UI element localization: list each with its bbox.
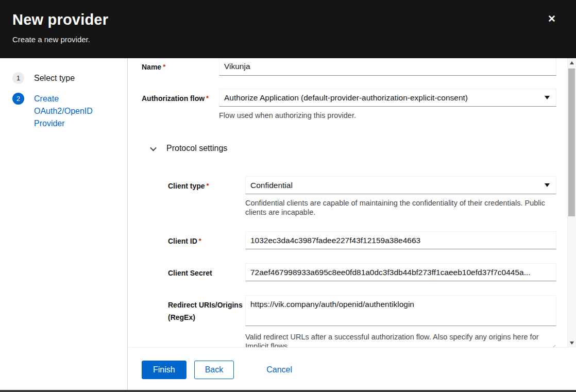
step-label: Create OAuth2/OpenID Provider [34,93,111,130]
name-input[interactable] [219,58,556,76]
authorization-flow-help: Flow used when authorizing this provider… [219,111,556,120]
chevron-down-icon [150,144,157,151]
new-provider-modal: New provider Create a new provider. ✕ 1 … [0,0,576,392]
field-row-redirect-uris: Redirect URIs/Origins (RegEx) https://vi… [142,295,556,348]
redirect-uris-textarea[interactable]: https://vik.company/auth/openid/authenti… [245,295,556,326]
redirect-uris-help: Valid redirect URLs after a successful a… [245,332,556,348]
field-row-client-type: Client type* Confidential Confidential c… [142,176,556,217]
step-number-badge: 2 [12,93,24,105]
scrollbar-thumb[interactable] [568,69,575,216]
cancel-button[interactable]: Cancel [266,361,292,379]
redirect-uris-label: Redirect URIs/Origins (RegEx) [168,295,245,323]
required-asterisk: * [207,182,209,190]
form-scroll-area: Name* Authorization flow* Authorize Appl… [128,58,567,348]
authorization-flow-label: Authorization flow* [142,89,219,105]
protocol-settings-toggle[interactable]: Protocol settings [151,143,556,154]
step-number-badge: 1 [12,72,24,84]
client-id-input[interactable] [245,231,556,249]
required-asterisk: * [163,63,165,71]
protocol-settings-label: Protocol settings [166,144,227,153]
scroll-down-arrow-icon[interactable] [568,339,576,347]
wizard-steps-sidebar: 1 Select type 2 Create OAuth2/OpenID Pro… [0,58,128,390]
vertical-scrollbar[interactable] [567,58,576,348]
scroll-up-arrow-icon[interactable] [568,59,576,67]
back-button[interactable]: Back [194,361,234,379]
client-type-select[interactable]: Confidential [245,176,556,194]
page-title: New provider [12,11,564,28]
authorization-flow-select[interactable]: Authorize Application (default-provider-… [219,89,556,107]
field-row-client-id: Client ID* [142,231,556,249]
finish-button[interactable]: Finish [142,361,187,379]
client-type-help: Confidential clients are capable of main… [245,198,556,217]
wizard-footer: Finish Back Cancel [128,348,567,379]
modal-header: New provider Create a new provider. ✕ [0,0,576,58]
required-asterisk: * [199,237,201,245]
wizard-step-select-type[interactable]: 1 Select type [12,72,121,84]
field-row-client-secret: Client Secret [142,263,556,281]
wizard-step-create-provider[interactable]: 2 Create OAuth2/OpenID Provider [12,93,121,130]
client-secret-label: Client Secret [168,263,245,279]
chevron-down-icon [545,96,550,99]
step-label: Select type [34,72,75,84]
background-page-strip [0,390,576,392]
field-row-authorization-flow: Authorization flow* Authorize Applicatio… [142,89,556,120]
client-secret-input[interactable] [245,263,556,281]
close-icon[interactable]: ✕ [545,12,558,26]
name-label: Name* [142,58,219,73]
field-row-name: Name* [142,58,556,76]
required-asterisk: * [206,94,209,102]
client-type-label: Client type* [168,176,245,192]
wizard-form-panel: Name* Authorization flow* Authorize Appl… [128,58,567,390]
client-id-label: Client ID* [168,231,245,247]
page-subtitle: Create a new provider. [12,35,564,44]
chevron-down-icon [545,183,550,187]
